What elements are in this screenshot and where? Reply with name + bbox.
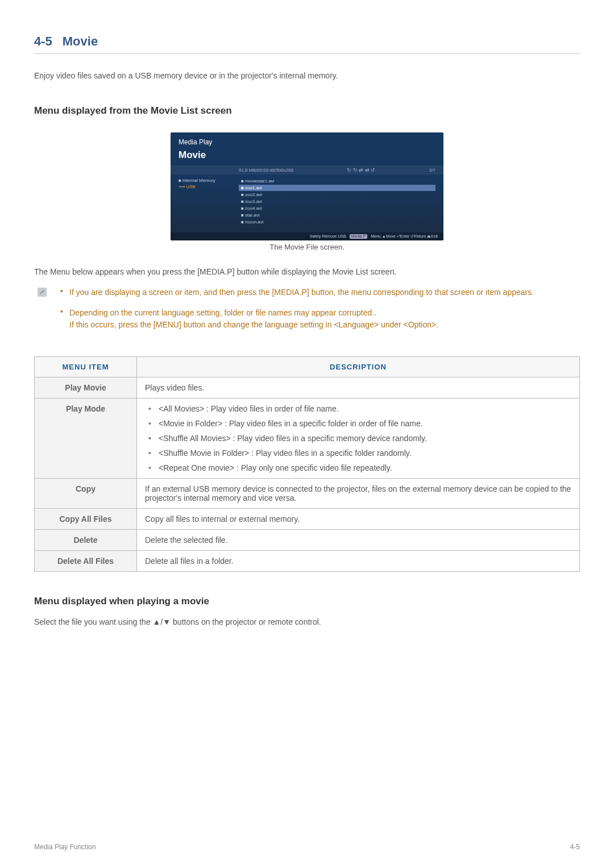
- row-play-movie-label: Play Movie: [35, 377, 137, 398]
- section-number: 4-5: [34, 34, 52, 49]
- subsection-movie-list: Menu displayed from the Movie List scree…: [34, 105, 580, 117]
- row-delete-all-desc: Delete all files in a folder.: [137, 551, 580, 572]
- col-description: DESCRIPTION: [137, 357, 580, 377]
- note-item-2: Depending on the current language settin…: [69, 307, 438, 331]
- bullet-icon: •: [60, 286, 69, 299]
- play-mode-item: <Shuffle All Movies> : Play video files …: [145, 434, 571, 443]
- row-delete-all-label: Delete All Files: [35, 551, 137, 572]
- ss-app-title: Media Play: [171, 132, 443, 146]
- intro-text: Enjoy video files saved on a USB memory …: [34, 71, 580, 80]
- note-block: • If you are displaying a screen or item…: [34, 286, 580, 339]
- section-header: 4-5 Movie: [34, 34, 580, 54]
- play-mode-item: <Movie in Folder> : Play video files in …: [145, 419, 571, 428]
- ss-footer-badge: Media P: [350, 234, 368, 239]
- ss-heading: Movie: [171, 146, 443, 165]
- row-copy-label: Copy: [35, 479, 137, 509]
- note-item-1: If you are displaying a screen or item, …: [69, 286, 534, 299]
- note-icon: [38, 288, 47, 297]
- para-menu-appears: The Menu below appears when you press th…: [34, 267, 580, 276]
- row-copy-all-desc: Copy all files to internal or external m…: [137, 509, 580, 530]
- ss-file-list: ■ moviestar1.avi ■ zoo1.avi ■ zoo2.avi ■…: [239, 178, 435, 226]
- row-play-mode-desc: <All Movies> : Play video files in order…: [137, 398, 580, 479]
- menu-table: MENU ITEM DESCRIPTION Play Movie Plays v…: [34, 356, 580, 572]
- ss-repeat-icons: ↻ ↻ ⇄ ⇄ ↺: [347, 167, 375, 173]
- play-mode-item: <All Movies> : Play video files in order…: [145, 404, 571, 413]
- col-menu-item: MENU ITEM: [35, 357, 137, 377]
- row-play-mode-label: Play Mode: [35, 398, 137, 479]
- footer-left: Media Play Function: [34, 843, 96, 851]
- footer-right: 4-5: [570, 843, 580, 851]
- row-play-movie-desc: Plays video files.: [137, 377, 580, 398]
- row-copy-all-label: Copy All Files: [35, 509, 137, 530]
- play-mode-item: <Repeat One movie> : Play only one speci…: [145, 463, 571, 472]
- ss-footer-left: Safely Remove USB: [310, 234, 346, 239]
- play-mode-item: <Shuffle Movie in Folder> : Play video f…: [145, 448, 571, 458]
- row-delete-desc: Delete the selected file.: [137, 530, 580, 551]
- ss-source-list: ■ Internal Memory ⟶ USB: [179, 178, 233, 226]
- ss-footer-items: Menu ▲Move ⏎Enter ↺Return ⏏Exit: [371, 234, 438, 239]
- para-select-file: Select the file you want using the ▲/▼ b…: [34, 617, 580, 626]
- row-delete-label: Delete: [35, 530, 137, 551]
- ss-page: 2/7: [429, 168, 435, 173]
- screenshot-caption: The Movie File screen.: [34, 243, 580, 251]
- movie-list-screenshot: Media Play Movie 51.8 MB/00:03:48/500x26…: [171, 132, 443, 240]
- page-footer: Media Play Function 4-5: [34, 843, 580, 851]
- bullet-icon: •: [60, 307, 69, 331]
- row-copy-desc: If an external USB memory device is conn…: [137, 479, 580, 509]
- subsection-playing: Menu displayed when playing a movie: [34, 596, 580, 607]
- ss-info: 51.8 MB/00:03:48/500x268: [239, 168, 293, 173]
- section-title: Movie: [63, 34, 98, 49]
